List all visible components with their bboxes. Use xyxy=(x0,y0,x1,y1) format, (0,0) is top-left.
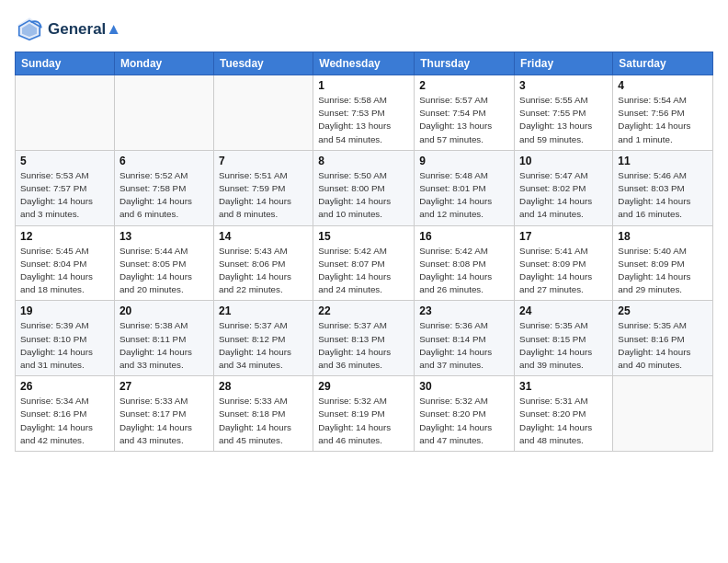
day-info: Sunrise: 5:32 AMSunset: 8:20 PMDaylight:… xyxy=(419,395,509,447)
calendar-cell: 29Sunrise: 5:32 AMSunset: 8:19 PMDayligh… xyxy=(313,376,415,452)
calendar-cell: 24Sunrise: 5:35 AMSunset: 8:15 PMDayligh… xyxy=(515,301,613,376)
day-number: 13 xyxy=(119,230,209,243)
weekday-header-sunday: Sunday xyxy=(16,52,115,75)
day-number: 23 xyxy=(419,304,509,317)
day-number: 2 xyxy=(419,79,509,92)
day-number: 25 xyxy=(618,304,708,317)
day-number: 26 xyxy=(20,380,109,393)
calendar-cell: 10Sunrise: 5:47 AMSunset: 8:02 PMDayligh… xyxy=(515,150,613,225)
day-info: Sunrise: 5:34 AMSunset: 8:16 PMDaylight:… xyxy=(20,395,109,447)
calendar-cell: 20Sunrise: 5:38 AMSunset: 8:11 PMDayligh… xyxy=(114,301,213,376)
day-info: Sunrise: 5:37 AMSunset: 8:12 PMDaylight:… xyxy=(219,319,308,372)
day-info: Sunrise: 5:42 AMSunset: 8:07 PMDaylight:… xyxy=(318,245,409,297)
day-info: Sunrise: 5:50 AMSunset: 8:00 PMDaylight:… xyxy=(318,169,409,222)
day-info: Sunrise: 5:42 AMSunset: 8:08 PMDaylight:… xyxy=(419,245,509,297)
day-info: Sunrise: 5:43 AMSunset: 8:06 PMDaylight:… xyxy=(219,245,308,297)
day-number: 19 xyxy=(20,304,109,317)
day-info: Sunrise: 5:39 AMSunset: 8:10 PMDaylight:… xyxy=(20,319,109,372)
day-info: Sunrise: 5:36 AMSunset: 8:14 PMDaylight:… xyxy=(419,319,509,372)
day-info: Sunrise: 5:53 AMSunset: 7:57 PMDaylight:… xyxy=(20,169,109,222)
calendar-cell: 22Sunrise: 5:37 AMSunset: 8:13 PMDayligh… xyxy=(313,301,415,376)
calendar-table: SundayMondayTuesdayWednesdayThursdayFrid… xyxy=(15,52,713,452)
logo: General▲ xyxy=(15,15,121,44)
page-header: General▲ xyxy=(15,15,713,44)
calendar-cell: 16Sunrise: 5:42 AMSunset: 8:08 PMDayligh… xyxy=(415,225,515,301)
day-info: Sunrise: 5:57 AMSunset: 7:54 PMDaylight:… xyxy=(419,94,509,146)
logo-line1: General▲ xyxy=(48,20,121,39)
calendar-cell: 3Sunrise: 5:55 AMSunset: 7:55 PMDaylight… xyxy=(515,75,613,151)
day-info: Sunrise: 5:41 AMSunset: 8:09 PMDaylight:… xyxy=(519,245,608,297)
calendar-cell: 17Sunrise: 5:41 AMSunset: 8:09 PMDayligh… xyxy=(515,225,613,301)
week-row-1: 1Sunrise: 5:58 AMSunset: 7:53 PMDaylight… xyxy=(16,75,713,151)
day-number: 17 xyxy=(519,230,608,243)
day-number: 24 xyxy=(519,304,608,317)
day-number: 8 xyxy=(318,155,409,167)
calendar-cell: 8Sunrise: 5:50 AMSunset: 8:00 PMDaylight… xyxy=(313,150,415,225)
day-number: 12 xyxy=(20,230,109,243)
day-number: 29 xyxy=(318,380,409,393)
calendar-cell xyxy=(613,376,713,452)
calendar-cell: 7Sunrise: 5:51 AMSunset: 7:59 PMDaylight… xyxy=(213,150,313,225)
day-info: Sunrise: 5:55 AMSunset: 7:55 PMDaylight:… xyxy=(519,94,608,146)
weekday-header-tuesday: Tuesday xyxy=(213,52,313,75)
day-number: 31 xyxy=(519,380,608,393)
calendar-cell: 19Sunrise: 5:39 AMSunset: 8:10 PMDayligh… xyxy=(16,301,115,376)
day-info: Sunrise: 5:32 AMSunset: 8:19 PMDaylight:… xyxy=(318,395,409,447)
day-number: 7 xyxy=(219,155,308,167)
calendar-cell: 26Sunrise: 5:34 AMSunset: 8:16 PMDayligh… xyxy=(16,376,115,452)
day-info: Sunrise: 5:35 AMSunset: 8:16 PMDaylight:… xyxy=(618,319,708,372)
day-number: 30 xyxy=(419,380,509,393)
day-number: 18 xyxy=(618,230,708,243)
calendar-cell: 25Sunrise: 5:35 AMSunset: 8:16 PMDayligh… xyxy=(613,301,713,376)
calendar-cell: 28Sunrise: 5:33 AMSunset: 8:18 PMDayligh… xyxy=(213,376,313,452)
calendar-cell: 6Sunrise: 5:52 AMSunset: 7:58 PMDaylight… xyxy=(114,150,213,225)
weekday-header-saturday: Saturday xyxy=(613,52,713,75)
day-number: 28 xyxy=(219,380,308,393)
week-row-2: 5Sunrise: 5:53 AMSunset: 7:57 PMDaylight… xyxy=(16,150,713,225)
day-info: Sunrise: 5:58 AMSunset: 7:53 PMDaylight:… xyxy=(318,94,409,146)
day-number: 6 xyxy=(119,155,209,167)
day-info: Sunrise: 5:47 AMSunset: 8:02 PMDaylight:… xyxy=(519,169,608,222)
day-number: 4 xyxy=(618,79,708,92)
calendar-cell: 31Sunrise: 5:31 AMSunset: 8:20 PMDayligh… xyxy=(515,376,613,452)
day-number: 3 xyxy=(519,79,608,92)
weekday-header-monday: Monday xyxy=(114,52,213,75)
day-number: 20 xyxy=(119,304,209,317)
calendar-cell: 21Sunrise: 5:37 AMSunset: 8:12 PMDayligh… xyxy=(213,301,313,376)
week-row-4: 19Sunrise: 5:39 AMSunset: 8:10 PMDayligh… xyxy=(16,301,713,376)
day-info: Sunrise: 5:45 AMSunset: 8:04 PMDaylight:… xyxy=(20,245,109,297)
day-number: 1 xyxy=(318,79,409,92)
day-info: Sunrise: 5:46 AMSunset: 8:03 PMDaylight:… xyxy=(618,169,708,222)
calendar-cell: 4Sunrise: 5:54 AMSunset: 7:56 PMDaylight… xyxy=(613,75,713,151)
day-info: Sunrise: 5:52 AMSunset: 7:58 PMDaylight:… xyxy=(119,169,209,222)
calendar-cell xyxy=(213,75,313,151)
day-number: 21 xyxy=(219,304,308,317)
calendar-cell: 30Sunrise: 5:32 AMSunset: 8:20 PMDayligh… xyxy=(415,376,515,452)
weekday-header-wednesday: Wednesday xyxy=(313,52,415,75)
calendar-cell: 15Sunrise: 5:42 AMSunset: 8:07 PMDayligh… xyxy=(313,225,415,301)
day-number: 22 xyxy=(318,304,409,317)
day-number: 15 xyxy=(318,230,409,243)
day-info: Sunrise: 5:38 AMSunset: 8:11 PMDaylight:… xyxy=(119,319,209,372)
calendar-cell: 2Sunrise: 5:57 AMSunset: 7:54 PMDaylight… xyxy=(415,75,515,151)
day-info: Sunrise: 5:33 AMSunset: 8:17 PMDaylight:… xyxy=(119,395,209,447)
calendar-cell: 5Sunrise: 5:53 AMSunset: 7:57 PMDaylight… xyxy=(16,150,115,225)
calendar-cell: 1Sunrise: 5:58 AMSunset: 7:53 PMDaylight… xyxy=(313,75,415,151)
day-info: Sunrise: 5:35 AMSunset: 8:15 PMDaylight:… xyxy=(519,319,608,372)
calendar-cell xyxy=(114,75,213,151)
day-info: Sunrise: 5:48 AMSunset: 8:01 PMDaylight:… xyxy=(419,169,509,222)
weekday-header-thursday: Thursday xyxy=(415,52,515,75)
day-number: 11 xyxy=(618,155,708,167)
day-info: Sunrise: 5:44 AMSunset: 8:05 PMDaylight:… xyxy=(119,245,209,297)
week-row-3: 12Sunrise: 5:45 AMSunset: 8:04 PMDayligh… xyxy=(16,225,713,301)
day-info: Sunrise: 5:51 AMSunset: 7:59 PMDaylight:… xyxy=(219,169,308,222)
day-number: 10 xyxy=(519,155,608,167)
day-info: Sunrise: 5:31 AMSunset: 8:20 PMDaylight:… xyxy=(519,395,608,447)
day-number: 27 xyxy=(119,380,209,393)
day-info: Sunrise: 5:33 AMSunset: 8:18 PMDaylight:… xyxy=(219,395,308,447)
calendar-cell: 13Sunrise: 5:44 AMSunset: 8:05 PMDayligh… xyxy=(114,225,213,301)
calendar-cell xyxy=(16,75,115,151)
day-number: 16 xyxy=(419,230,509,243)
calendar-cell: 14Sunrise: 5:43 AMSunset: 8:06 PMDayligh… xyxy=(213,225,313,301)
calendar-cell: 12Sunrise: 5:45 AMSunset: 8:04 PMDayligh… xyxy=(16,225,115,301)
